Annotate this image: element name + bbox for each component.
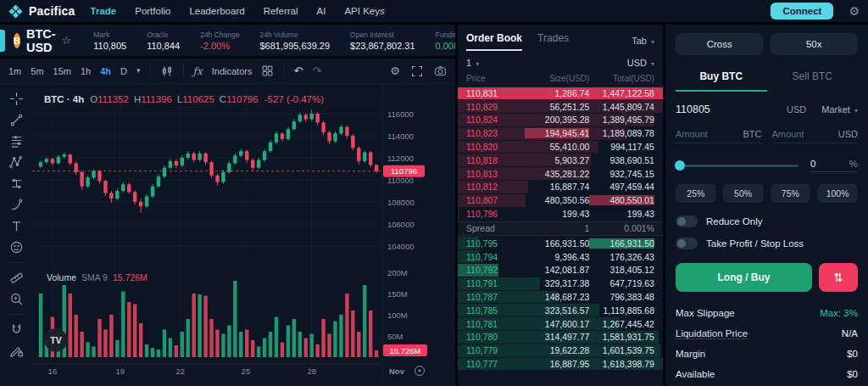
orderbook-ask-row[interactable]: 110,8185,903.27938,690.51	[458, 154, 663, 167]
nav-item-portfolio[interactable]: Portfolio	[135, 6, 170, 16]
screenshot-camera-icon[interactable]	[434, 64, 447, 77]
orderbook-ask-row[interactable]: 110,82055,410.00994,117.45	[458, 140, 663, 154]
brand-name: Pacifica	[29, 4, 75, 18]
toggle-switch[interactable]	[676, 238, 698, 249]
favorite-star-icon[interactable]: ☆	[62, 34, 72, 47]
orderbook-tab-trades[interactable]: Trades	[537, 32, 569, 51]
redo-icon[interactable]: ↷	[312, 65, 321, 76]
orderbook-bid-row[interactable]: 110,7949,396.43176,326.43	[458, 250, 663, 264]
emoji-icon[interactable]	[9, 240, 24, 255]
long-position-icon[interactable]	[9, 176, 24, 191]
nav-item-api-keys[interactable]: API Keys	[344, 6, 384, 16]
indicators-fx-icon[interactable]: ƒx	[193, 66, 203, 76]
swap-side-button[interactable]: ⇅	[819, 263, 858, 292]
toggle-take-profit-stop-loss[interactable]: Take Profit / Stop Loss	[676, 238, 858, 249]
size-cell: 199.43	[525, 209, 590, 219]
orderbook-bid-row[interactable]: 110,795166,931.50166,931.50	[458, 237, 663, 250]
percent-50-button[interactable]: 50%	[723, 184, 764, 203]
tick-size-select[interactable]: 1 ▾	[466, 58, 479, 68]
chart-settings-gear-icon[interactable]: ⚙	[390, 65, 400, 76]
indicators-label[interactable]: Indicators	[212, 66, 253, 76]
toggle-reduce-only[interactable]: Reduce Only	[676, 215, 858, 227]
trend-line-icon[interactable]	[9, 113, 24, 127]
orderbook-ask-row[interactable]: 110,813435,281.22932,745.15	[458, 167, 663, 181]
brush-icon[interactable]	[9, 198, 24, 212]
orderbook-bid-row[interactable]: 110,77716,887.951,618,398.79	[458, 357, 663, 371]
price-field[interactable]: 110805 USD Market ▾	[676, 103, 858, 115]
lock-drawings-icon[interactable]	[9, 344, 24, 358]
timeframe-15m[interactable]: 15m	[53, 66, 71, 76]
slider-handle[interactable]	[675, 160, 685, 171]
nav-item-leaderboard[interactable]: Leaderboard	[189, 6, 244, 16]
amount-field-usd[interactable]: AmountUSD	[772, 129, 859, 143]
slider-value-box[interactable]: 0 %	[810, 159, 858, 172]
text-icon[interactable]	[9, 219, 24, 233]
fullscreen-icon[interactable]	[411, 65, 423, 77]
percent-25-button[interactable]: 25%	[676, 184, 716, 203]
orderbook-bid-row[interactable]: 110,792142,081.87318,405.12	[458, 264, 663, 277]
nav-item-ai[interactable]: AI	[317, 6, 326, 16]
total-cell: 166,931.50	[589, 238, 654, 249]
magnet-icon[interactable]	[9, 322, 24, 337]
price-chart[interactable]: 1160001140001120001100001080001060001040…	[32, 84, 455, 381]
undo-icon[interactable]: ↶	[293, 65, 303, 76]
timeframe-1h[interactable]: 1h	[81, 66, 91, 76]
orderbook-ask-row[interactable]: 110,796199.43199.43	[458, 207, 663, 221]
orderbook-ask-row[interactable]: 110,82956,251.251,445,809.74	[458, 100, 663, 114]
long-buy-button[interactable]: Long / Buy	[676, 263, 812, 292]
price-input[interactable]: 110805	[676, 103, 787, 115]
zoom-in-icon[interactable]	[9, 292, 24, 306]
legend-c: C110796	[220, 94, 259, 104]
amount-unit: BTC	[743, 129, 762, 139]
orderbook-ask-row[interactable]: 110,81216,887.74497,459.44	[458, 181, 663, 194]
toggle-switch[interactable]	[676, 215, 698, 227]
market-selector-edge[interactable]	[0, 30, 5, 52]
tradingview-logo[interactable]: TV	[44, 328, 68, 352]
interval-dropdown-icon[interactable]: ▾	[136, 67, 141, 75]
timeframe-4h[interactable]: 4h	[100, 66, 111, 76]
orderbook-bid-row[interactable]: 110,787148,687.23796,383.48	[458, 290, 663, 304]
crosshair-icon[interactable]	[9, 92, 24, 106]
orderbook-ask-row[interactable]: 110,824200,395.281,389,495.79	[458, 114, 663, 127]
slider-track[interactable]	[676, 165, 798, 167]
orderbook-tab-order-book[interactable]: Order Book	[466, 32, 522, 51]
orderbook-bid-row[interactable]: 110,791329,317.38647,719.63	[458, 277, 663, 290]
order-type-select[interactable]: Market ▾	[821, 104, 858, 115]
nav-item-trade[interactable]: Trade	[91, 6, 117, 16]
svg-text:Nov: Nov	[389, 366, 405, 376]
brand[interactable]: Pacifica	[8, 4, 75, 19]
orderbook-ask-row[interactable]: 110,807480,350.56480,550.01	[458, 193, 663, 207]
orderbook-bid-row[interactable]: 110,780314,497.771,581,931.75	[458, 331, 663, 344]
50x-button[interactable]: 50x	[771, 33, 859, 55]
orderbook-layout-select[interactable]: Tab ▾	[632, 36, 654, 51]
timeframe-5m[interactable]: 5m	[31, 66, 43, 76]
tab-sell-btc[interactable]: Sell BTC	[767, 64, 859, 92]
xabcd-pattern-icon[interactable]	[9, 155, 24, 170]
size-slider[interactable]: 0 %	[676, 159, 858, 172]
ruler-icon[interactable]	[9, 271, 24, 285]
percent-100-button[interactable]: 100%	[817, 184, 858, 203]
orderbook-bid-row[interactable]: 110,785323,516.571,119,885.68	[458, 304, 663, 317]
orderbook-ask-row[interactable]: 110,823194,945.411,189,089.78	[458, 126, 663, 140]
timeframe-1m[interactable]: 1m	[8, 66, 21, 76]
svg-text:116000: 116000	[387, 109, 414, 119]
orderbook-bid-row[interactable]: 110,77919,622.281,601,539.75	[458, 344, 663, 357]
fib-channel-icon[interactable]	[9, 134, 24, 148]
tab-buy-btc[interactable]: Buy BTC	[676, 64, 767, 92]
price-cell: 110,829	[466, 102, 525, 112]
nav-item-referral[interactable]: Referral	[264, 6, 298, 16]
svg-text:150M: 150M	[387, 289, 408, 299]
percent-75-button[interactable]: 75%	[771, 184, 811, 203]
amount-field-btc[interactable]: AmountBTC	[676, 129, 762, 143]
pair-name[interactable]: BTC-USD	[26, 27, 56, 54]
connect-button[interactable]: Connect	[771, 3, 833, 20]
timeframe-d[interactable]: D	[120, 66, 127, 76]
denomination-select[interactable]: USD ▾	[627, 58, 654, 68]
settings-gear-icon[interactable]: ⚙	[849, 5, 860, 17]
orderbook-bid-row[interactable]: 110,781147,600.171,267,445.42	[458, 317, 663, 331]
orderbook-ask-row[interactable]: 110,8311,286.741,447,122.58	[458, 87, 663, 100]
cross-button[interactable]: Cross	[676, 33, 764, 55]
candle-style-icon[interactable]	[160, 64, 174, 78]
layout-grid-icon[interactable]	[261, 64, 274, 77]
price-cell: 110,791	[466, 278, 525, 288]
